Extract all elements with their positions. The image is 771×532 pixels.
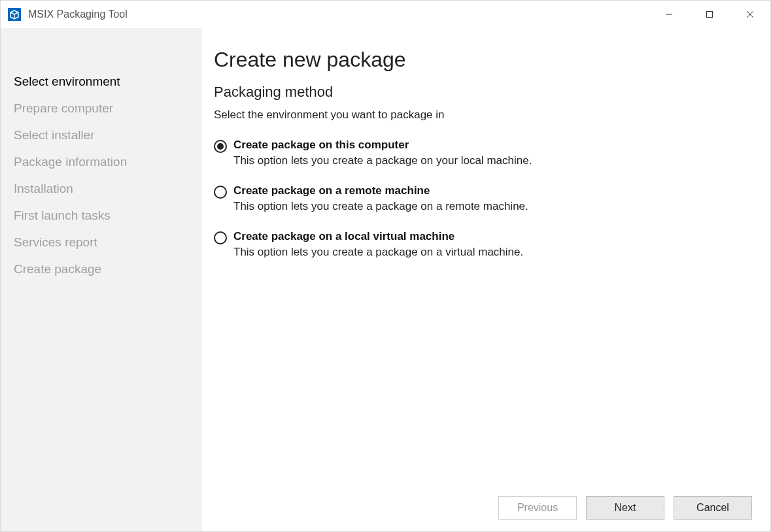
footer-buttons: Previous Next Cancel (214, 490, 752, 520)
option-label: Create package on a remote machine (233, 184, 752, 197)
option-texts: Create package on a local virtual machin… (233, 230, 752, 259)
maximize-button[interactable] (689, 1, 730, 28)
step-package-information[interactable]: Package information (14, 156, 202, 168)
page-instruction: Select the environment you want to packa… (214, 108, 752, 122)
step-select-installer[interactable]: Select installer (14, 129, 202, 141)
option-local-vm[interactable]: Create package on a local virtual machin… (214, 230, 752, 259)
option-desc: This option lets you create a package on… (233, 200, 752, 213)
option-this-computer[interactable]: Create package on this computer This opt… (214, 139, 752, 167)
step-create-package[interactable]: Create package (14, 263, 202, 275)
window-controls (649, 1, 770, 28)
main-panel: Create new package Packaging method Sele… (202, 28, 770, 531)
previous-button[interactable]: Previous (498, 496, 577, 520)
next-button[interactable]: Next (586, 496, 664, 520)
option-remote-machine[interactable]: Create package on a remote machine This … (214, 184, 752, 213)
option-label: Create package on this computer (233, 139, 752, 152)
page-subheading: Packaging method (214, 84, 752, 101)
step-select-environment[interactable]: Select environment (14, 75, 202, 88)
step-first-launch-tasks[interactable]: First launch tasks (14, 209, 202, 222)
titlebar: MSIX Packaging Tool (1, 1, 770, 28)
option-desc: This option lets you create a package on… (233, 154, 752, 167)
cancel-button[interactable]: Cancel (674, 496, 752, 520)
body: Select environment Prepare computer Sele… (1, 28, 770, 531)
page-heading: Create new package (214, 48, 752, 72)
radio-icon[interactable] (214, 231, 227, 244)
app-icon (7, 7, 22, 22)
close-button[interactable] (730, 1, 770, 28)
option-texts: Create package on this computer This opt… (233, 139, 752, 167)
svg-rect-2 (707, 12, 713, 18)
wizard-sidebar: Select environment Prepare computer Sele… (1, 28, 202, 531)
step-services-report[interactable]: Services report (14, 236, 202, 248)
radio-icon[interactable] (214, 140, 227, 153)
app-window: MSIX Packaging Tool Select environment P… (0, 0, 771, 532)
option-texts: Create package on a remote machine This … (233, 184, 752, 213)
window-title: MSIX Packaging Tool (28, 8, 128, 20)
step-installation[interactable]: Installation (14, 182, 202, 195)
radio-icon[interactable] (214, 186, 227, 199)
option-label: Create package on a local virtual machin… (233, 230, 752, 243)
option-desc: This option lets you create a package on… (233, 246, 752, 259)
step-prepare-computer[interactable]: Prepare computer (14, 102, 202, 114)
minimize-button[interactable] (649, 1, 689, 28)
